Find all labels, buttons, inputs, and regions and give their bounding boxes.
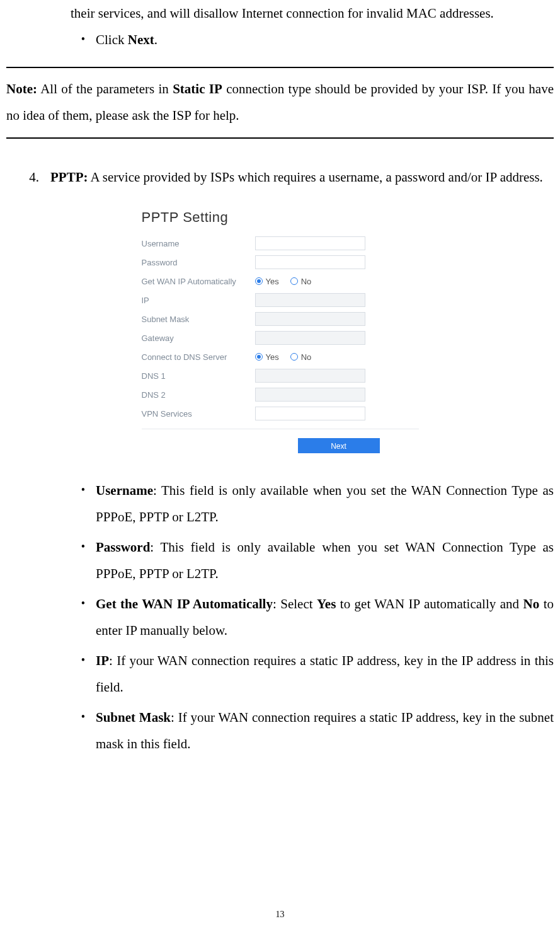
bullet-getwan-no: No [523,596,540,611]
ip-input[interactable] [255,293,365,307]
bullet-password-bold: Password [96,540,150,555]
figure-divider [142,429,419,429]
bullet-click-next: • Click Next. [71,26,554,53]
list-item-4: 4. PPTP: A service provided by ISPs whic… [6,164,554,190]
bullet-getwan-bold: Get the WAN IP Automatically [96,596,273,611]
label-subnet: Subnet Mask [142,315,255,324]
radio-dns-yes[interactable]: Yes [255,352,279,362]
item4-pptp-label: PPTP: [50,170,88,185]
radio-selected-icon [255,277,263,285]
bullet-password: • Password: This field is only available… [71,534,554,587]
password-input[interactable] [255,255,365,269]
radio-no-label: No [301,352,312,362]
bullet-ip: • IP: If your WAN connection requires a … [71,647,554,700]
radio-selected-icon [255,353,263,361]
label-dns-connect: Connect to DNS Server [142,352,255,362]
subnet-input[interactable] [255,312,365,326]
label-ip: IP [142,296,255,305]
note-box: Note: All of the parameters in Static IP… [6,67,554,139]
bullet-username: • Username: This field is only available… [71,477,554,530]
bullet-ip-bold: IP [96,653,109,668]
bullet-ip-rest: : If your WAN connection requires a stat… [96,653,554,695]
figure-title: PPTP Setting [142,209,419,226]
radio-no-label: No [301,277,312,286]
bullet-dot-icon: • [71,704,96,757]
dns2-input[interactable] [255,388,365,402]
bullet-dot-icon: • [71,591,96,644]
bullet-dot-icon: • [71,647,96,700]
label-dns1: DNS 1 [142,371,255,381]
bullet-subnet: • Subnet Mask: If your WAN connection re… [71,704,554,757]
gateway-input[interactable] [255,331,365,345]
radio-yes-label: Yes [266,352,279,362]
bullet-getwan-mid1: : Select [273,596,317,611]
item4-number: 4. [6,164,50,190]
note-part1: All of the parameters in [37,81,173,96]
click-next-bold: Next [128,32,154,47]
bullet-username-bold: Username [96,483,153,498]
bullet-subnet-bold: Subnet Mask [96,710,171,725]
bullet-getwan-yes: Yes [317,596,336,611]
bullet-getwan: • Get the WAN IP Automatically: Select Y… [71,591,554,644]
label-gateway: Gateway [142,333,255,343]
item4-desc: A service provided by ISPs which require… [88,170,542,185]
next-button[interactable]: Next [298,438,380,453]
page-number: 13 [0,910,560,920]
radio-dns-no[interactable]: No [290,352,312,362]
bullet-password-rest: : This field is only available when you … [96,540,554,581]
label-username: Username [142,239,255,248]
vpn-input[interactable] [255,407,365,420]
username-input[interactable] [255,236,365,250]
radio-yes-label: Yes [266,277,279,286]
bullet-dot-icon: • [71,534,96,587]
label-password: Password [142,258,255,267]
bullet-dot-icon: • [71,26,96,53]
radio-getwan-no[interactable]: No [290,277,312,286]
radio-unselected-icon [290,353,298,361]
note-label: Note: [6,81,37,96]
label-dns2: DNS 2 [142,390,255,400]
click-next-prefix: Click [96,32,128,47]
paragraph-continued: their services, and will disallow Intern… [71,0,554,26]
radio-unselected-icon [290,277,298,285]
label-vpn: VPN Services [142,409,255,419]
note-static-ip: Static IP [173,81,222,96]
label-get-wan: Get WAN IP Automatically [142,277,255,286]
pptp-setting-figure: PPTP Setting Username Password Get WAN I… [139,203,421,460]
bullet-getwan-mid2: to get WAN IP automatically and [336,596,523,611]
click-next-suffix: . [154,32,157,47]
bullet-username-rest: : This field is only available when you … [96,483,554,524]
bullet-dot-icon: • [71,477,96,530]
dns1-input[interactable] [255,369,365,383]
radio-getwan-yes[interactable]: Yes [255,277,279,286]
